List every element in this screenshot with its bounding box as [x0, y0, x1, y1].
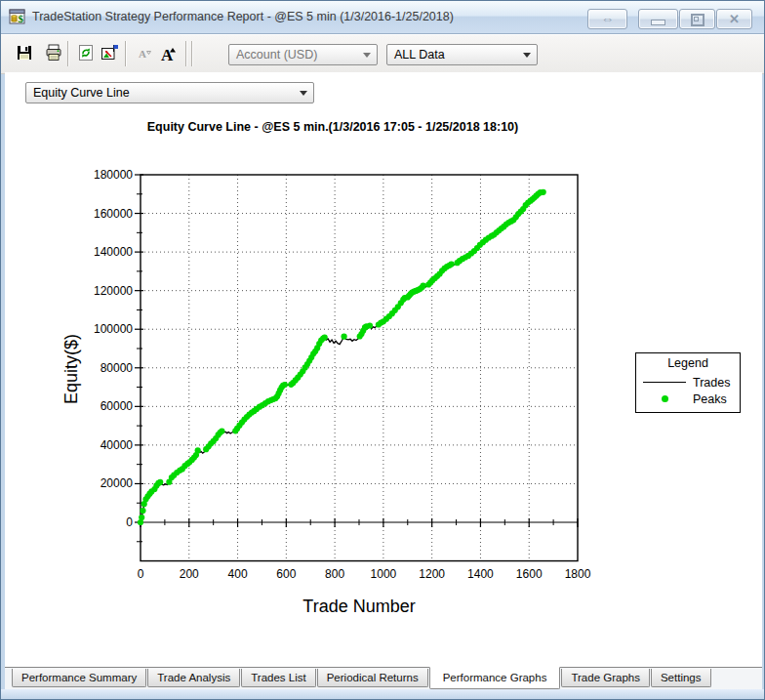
minimize-button[interactable] [638, 9, 678, 29]
chevron-down-icon [363, 53, 371, 58]
tab-trade-graphs[interactable]: Trade Graphs [561, 669, 650, 687]
svg-text:1800: 1800 [565, 567, 591, 581]
refresh-icon [77, 44, 95, 62]
svg-text:80000: 80000 [101, 361, 134, 375]
svg-text:0: 0 [126, 515, 133, 529]
legend-title: Legend [636, 356, 740, 370]
svg-text:1400: 1400 [467, 567, 494, 581]
svg-text:1600: 1600 [516, 567, 543, 581]
svg-text:1000: 1000 [371, 567, 397, 581]
svg-text:1200: 1200 [419, 567, 445, 581]
svg-text:180000: 180000 [94, 168, 133, 182]
legend-item-peaks: Peaks [636, 391, 740, 407]
toolbar-separator [125, 41, 127, 66]
font-increase-icon: A [158, 44, 180, 65]
report-settings-button[interactable] [99, 44, 120, 65]
app-icon: $ [9, 8, 26, 25]
toolbar-separator [191, 41, 193, 66]
font-increase-button[interactable]: A [158, 44, 180, 65]
svg-text:800: 800 [325, 567, 344, 581]
tab-performance-summary[interactable]: Performance Summary [12, 669, 146, 687]
maximize-button[interactable] [679, 9, 715, 29]
report-content: Equity Curve Line Equity Curve Line - @E… [5, 72, 762, 667]
legend-label-peaks: Peaks [693, 392, 727, 406]
svg-text:0: 0 [138, 567, 144, 581]
svg-text:100000: 100000 [94, 322, 133, 336]
tab-periodical-returns[interactable]: Periodical Returns [317, 669, 428, 687]
data-range-dropdown[interactable]: ALL Data [386, 44, 538, 65]
tab-settings[interactable]: Settings [651, 669, 711, 687]
print-icon [45, 44, 62, 62]
title-bar[interactable]: $ TradeStation Strategy Performance Repo… [1, 1, 764, 34]
save-icon [16, 44, 33, 62]
toolbar-separator [185, 41, 187, 66]
chevron-down-icon [523, 53, 531, 58]
svg-text:140000: 140000 [94, 245, 133, 259]
x-axis-label: Trade Number [302, 597, 415, 616]
peaks-dot-sample [636, 395, 693, 402]
save-button[interactable] [14, 44, 35, 65]
account-dropdown[interactable]: Account (USD) [228, 44, 378, 65]
y-axis-label: Equity($) [61, 334, 81, 404]
svg-text:40000: 40000 [101, 438, 134, 452]
maximize-icon [691, 14, 705, 26]
svg-text:400: 400 [228, 567, 248, 581]
svg-text:160000: 160000 [94, 207, 133, 221]
svg-text:60000: 60000 [101, 399, 134, 413]
report-tab-bar: Performance Summary Trade Analysis Trade… [5, 667, 762, 689]
chart-legend: Legend Trades Peaks [635, 352, 741, 413]
toolbar-separator [67, 41, 69, 66]
trades-line-sample [636, 382, 693, 383]
toolbar: A A Account (USD) ALL Data [1, 34, 764, 74]
legend-item-trades: Trades [636, 374, 740, 391]
tab-performance-graphs[interactable]: Performance Graphs [429, 667, 561, 689]
svg-text:$: $ [19, 13, 24, 24]
svg-text:A: A [161, 46, 174, 64]
svg-text:200: 200 [180, 567, 199, 581]
tradestation-report-window: $ TradeStation Strategy Performance Repo… [0, 0, 765, 700]
account-dropdown-value: Account (USD) [236, 48, 317, 62]
svg-text:600: 600 [276, 567, 296, 581]
tab-trade-analysis[interactable]: Trade Analysis [147, 669, 240, 687]
data-range-dropdown-value: ALL Data [394, 48, 445, 62]
print-button[interactable] [43, 44, 64, 65]
window-bottom-edge [1, 689, 764, 699]
report-settings-icon [101, 44, 119, 62]
font-decrease-button[interactable]: A [134, 44, 155, 65]
refresh-button[interactable] [75, 44, 97, 65]
close-button[interactable]: ✕ [716, 9, 752, 29]
minimize-icon [651, 20, 665, 25]
dock-button[interactable]: ⇔ [587, 9, 627, 29]
svg-text:20000: 20000 [101, 476, 134, 490]
window-title: TradeStation Strategy Performance Report… [32, 1, 454, 33]
legend-label-trades: Trades [693, 376, 730, 390]
font-decrease-icon: A [135, 44, 154, 63]
svg-text:120000: 120000 [94, 284, 133, 298]
tab-trades-list[interactable]: Trades List [241, 669, 315, 687]
svg-text:A: A [139, 48, 146, 60]
